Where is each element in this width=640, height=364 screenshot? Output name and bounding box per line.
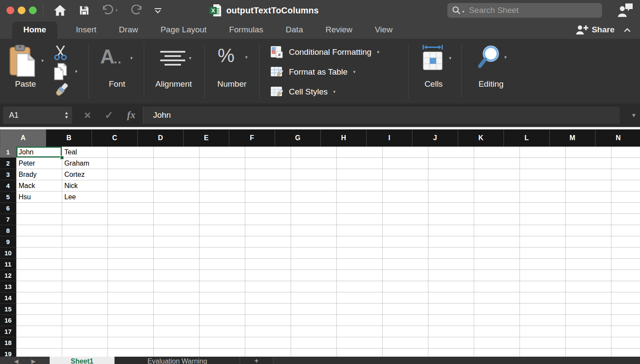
cell-N5[interactable] [611, 191, 640, 203]
add-sheet-button[interactable]: + [240, 357, 273, 364]
cell-D18[interactable] [154, 337, 200, 348]
expand-formula-bar-icon[interactable]: ▼ [631, 112, 637, 119]
cell-N2[interactable] [611, 158, 640, 169]
cell-G16[interactable] [291, 315, 337, 326]
cell-L15[interactable] [520, 304, 566, 315]
cell-H13[interactable] [337, 281, 383, 292]
cell-G10[interactable] [291, 248, 337, 259]
column-header-G[interactable]: G [275, 129, 321, 147]
cell-H14[interactable] [337, 292, 383, 304]
minimize-window-button[interactable] [18, 6, 25, 14]
column-header-M[interactable]: M [550, 129, 596, 147]
prev-sheet-icon[interactable]: ◀ [14, 358, 19, 364]
cell-M17[interactable] [566, 326, 611, 337]
cell-I13[interactable] [383, 281, 428, 292]
cell-I14[interactable] [383, 292, 428, 304]
zoom-window-button[interactable] [29, 6, 37, 14]
row-header-2[interactable]: 2 [0, 158, 16, 169]
contact-button[interactable] [617, 3, 634, 20]
row-header-1[interactable]: 1 [0, 147, 16, 158]
cell-B17[interactable] [62, 326, 108, 337]
cell-H7[interactable] [337, 214, 383, 225]
cell-A6[interactable] [16, 203, 62, 214]
tab-home[interactable]: Home [12, 22, 57, 39]
collapse-ribbon-icon[interactable] [624, 28, 631, 35]
cell-D12[interactable] [154, 270, 200, 281]
cell-D3[interactable] [154, 169, 200, 180]
cell-M18[interactable] [566, 337, 611, 348]
cell-L12[interactable] [520, 270, 566, 281]
cell-I8[interactable] [383, 225, 428, 236]
cell-N8[interactable] [611, 225, 640, 236]
cell-C14[interactable] [108, 292, 154, 304]
cell-K6[interactable] [474, 203, 520, 214]
cell-G6[interactable] [291, 203, 337, 214]
cell-I4[interactable] [383, 180, 428, 191]
cell-B5[interactable]: Lee [62, 191, 108, 203]
cell-A4[interactable]: Mack [16, 180, 62, 191]
cell-A1[interactable]: John [16, 147, 62, 158]
cell-M7[interactable] [566, 214, 611, 225]
cell-F11[interactable] [245, 259, 291, 270]
cell-L10[interactable] [520, 248, 566, 259]
row-header-3[interactable]: 3 [0, 169, 16, 180]
cell-I18[interactable] [383, 337, 428, 348]
cell-E5[interactable] [200, 191, 245, 203]
cell-F17[interactable] [245, 326, 291, 337]
copy-dropdown-icon[interactable]: ▼ [74, 69, 78, 74]
row-header-17[interactable]: 17 [0, 326, 16, 337]
row-header-9[interactable]: 9 [0, 236, 16, 248]
cell-B18[interactable] [62, 337, 108, 348]
cell-I11[interactable] [383, 259, 428, 270]
row-header-8[interactable]: 8 [0, 225, 16, 236]
cell-I15[interactable] [383, 304, 428, 315]
cell-F2[interactable] [245, 158, 291, 169]
cell-D2[interactable] [154, 158, 200, 169]
cell-D6[interactable] [154, 203, 200, 214]
cell-J15[interactable] [428, 304, 474, 315]
cell-C9[interactable] [108, 236, 154, 248]
cell-M3[interactable] [566, 169, 611, 180]
cell-E1[interactable] [200, 147, 245, 158]
cell-B14[interactable] [62, 292, 108, 304]
cell-L4[interactable] [520, 180, 566, 191]
cell-E4[interactable] [200, 180, 245, 191]
cell-L3[interactable] [520, 169, 566, 180]
cell-J12[interactable] [428, 270, 474, 281]
cell-E11[interactable] [200, 259, 245, 270]
cell-K7[interactable] [474, 214, 520, 225]
search-input[interactable]: ▼ Search Sheet [447, 3, 602, 18]
confirm-entry-icon[interactable]: ✓ [105, 109, 113, 121]
cells-dropdown-icon[interactable]: ▼ [448, 56, 452, 60]
cell-A10[interactable] [16, 248, 62, 259]
undo-button[interactable]: ▼ [96, 0, 124, 21]
column-header-B[interactable]: B [46, 129, 92, 147]
cell-C6[interactable] [108, 203, 154, 214]
cell-M12[interactable] [566, 270, 611, 281]
cell-G13[interactable] [291, 281, 337, 292]
cell-I1[interactable] [383, 147, 428, 158]
sheet-tab-evaluation-warning[interactable]: Evaluation Warning [114, 357, 240, 364]
cell-I5[interactable] [383, 191, 428, 203]
insert-function-icon[interactable]: fx [127, 110, 135, 121]
cell-F16[interactable] [245, 315, 291, 326]
cell-I3[interactable] [383, 169, 428, 180]
cell-K2[interactable] [474, 158, 520, 169]
row-header-16[interactable]: 16 [0, 315, 16, 326]
row-header-18[interactable]: 18 [0, 337, 16, 348]
ribbon-display-button[interactable] [149, 0, 168, 21]
cell-J17[interactable] [428, 326, 474, 337]
cell-M14[interactable] [566, 292, 611, 304]
cell-J14[interactable] [428, 292, 474, 304]
cell-A11[interactable] [16, 259, 62, 270]
cell-styles-button[interactable]: Cell Styles ▼ [270, 82, 380, 102]
cell-K8[interactable] [474, 225, 520, 236]
cell-L17[interactable] [520, 326, 566, 337]
cell-I17[interactable] [383, 326, 428, 337]
cell-M13[interactable] [566, 281, 611, 292]
cell-H8[interactable] [337, 225, 383, 236]
cell-G8[interactable] [291, 225, 337, 236]
cell-A13[interactable] [16, 281, 62, 292]
column-header-I[interactable]: I [367, 129, 412, 147]
cell-C13[interactable] [108, 281, 154, 292]
